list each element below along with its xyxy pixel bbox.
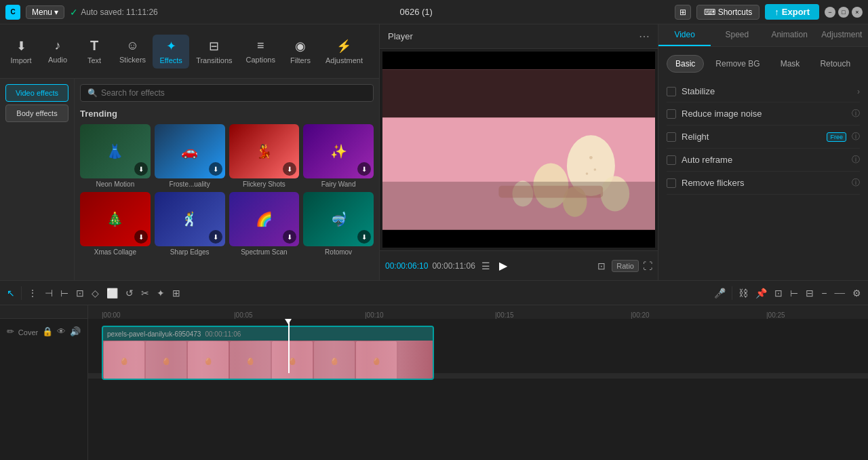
svg-rect-11 [382, 182, 655, 230]
svg-point-7 [594, 168, 597, 171]
lock-tool[interactable]: ⊟ [803, 286, 816, 301]
tool-captions-label: Captions [246, 56, 275, 64]
list-icon[interactable]: ☰ [479, 261, 492, 271]
minimize-button[interactable]: − [825, 7, 835, 18]
split-tool[interactable]: ⋮ [25, 286, 40, 301]
relight-checkbox[interactable] [667, 132, 676, 142]
time-mark-10: |00:10 [365, 311, 384, 319]
tool-import[interactable]: ⬇ Import [3, 35, 39, 69]
mic-icon[interactable]: 🎤 [711, 286, 728, 301]
split2-tool[interactable]: ⊢ [787, 286, 801, 301]
close-button[interactable]: × [852, 7, 863, 18]
fullscreen-button[interactable]: ⛶ [643, 261, 652, 271]
layout-icon: ⊞ [679, 7, 686, 17]
tool-text[interactable]: T Text [76, 34, 113, 69]
timeline-body: ✏ Cover 🔒 👁 🔊 |00:00 |00:05 |00:10 |00:1… [0, 305, 868, 460]
cover-edit-icon[interactable]: ✏ [7, 326, 14, 337]
trim-right-tool[interactable]: ⊢ [58, 286, 71, 301]
delete-tool[interactable]: ✂ [138, 286, 152, 301]
paint-tool[interactable]: ✦ [154, 286, 167, 301]
menu-button[interactable]: Menu ▾ [26, 5, 64, 19]
rotomov-download-icon: ⬇ [357, 230, 371, 244]
track-audio-icon[interactable]: 🔊 [70, 326, 81, 337]
xmas-collage-label: Xmas Collage [80, 248, 151, 256]
video-effects-button[interactable]: Video effects [5, 84, 68, 102]
playhead[interactable] [288, 319, 290, 373]
ratio-button[interactable]: Ratio [612, 260, 639, 272]
freeze-tool[interactable]: ⬜ [104, 286, 121, 301]
magnet-tool[interactable]: ⊡ [772, 286, 785, 301]
track-eye-icon[interactable]: 👁 [57, 326, 66, 337]
subtab-retouch[interactable]: Retouch [811, 55, 859, 73]
shortcuts-button[interactable]: ⌨ Shortcuts [696, 5, 760, 20]
tool-effects[interactable]: ✦ Effects [153, 35, 189, 69]
tool-import-label: Import [10, 56, 31, 64]
effect-spectrum-scan[interactable]: 🌈 ⬇ Spectrum Scan [229, 192, 300, 256]
effect-xmas-collage[interactable]: 🎄 ⬇ Xmas Collage [80, 192, 151, 256]
effect-neon-motion[interactable]: 👗 ⬇ Neon Motion [80, 124, 151, 188]
adjustment-relight: Relight Free ⓘ [667, 126, 860, 149]
effect-flickery-shots[interactable]: 💃 ⬇ Flickery Shots [229, 124, 300, 188]
stabilize-checkbox[interactable] [667, 87, 676, 96]
timeline: ↖ ⋮ ⊣ ⊢ ⊡ ◇ ⬜ ↺ ✂ ✦ ⊞ 🎤 ⛓ 📌 ⊡ ⊢ ⊟ − ── ⚙ [0, 280, 868, 460]
effect-rotomov[interactable]: 🤿 ⬇ Rotomov [303, 192, 374, 256]
toolbar-divider-2 [732, 286, 732, 300]
link-tool[interactable]: ⛓ [736, 286, 751, 301]
loop-tool[interactable]: ↺ [123, 286, 136, 301]
time-total[interactable]: 00:00:11:06 [432, 261, 475, 271]
tool-filters[interactable]: ◉ Filters [282, 35, 319, 69]
mask-tool[interactable]: ◇ [89, 286, 102, 301]
flickery-shots-label: Flickery Shots [229, 180, 300, 188]
layout-button[interactable]: ⊞ [675, 5, 691, 20]
adjustment-reduce-noise: Reduce image noise ⓘ [667, 102, 860, 126]
adjustment-stabilize: Stabilize › [667, 81, 860, 102]
tool-transitions[interactable]: ⊟ Transitions [189, 35, 239, 69]
tab-speed[interactable]: Speed [711, 24, 763, 46]
stabilize-label: Stabilize [682, 86, 852, 96]
tab-video[interactable]: Video [658, 24, 711, 46]
zoom-out-tool[interactable]: − [818, 286, 829, 301]
auto-reframe-checkbox[interactable] [667, 155, 676, 165]
effects-content: 🔍 Trending 👗 ⬇ Neon Motion 🚗 [75, 79, 379, 280]
stickers-icon: ☺ [126, 39, 138, 53]
rotomov-label: Rotomov [303, 248, 374, 256]
track-header: pexels-pavel-danilyuk-6950473 00:00:11:0… [103, 327, 433, 341]
track-lock-icon[interactable]: 🔒 [42, 326, 53, 337]
time-current[interactable]: 00:00:06:10 [385, 261, 428, 271]
maximize-button[interactable]: □ [838, 7, 849, 18]
crop-tool[interactable]: ⊡ [73, 286, 87, 301]
effect-frost-quality[interactable]: 🚗 ⬇ Froste...uality [155, 124, 225, 188]
crop-icon[interactable]: ⊡ [595, 261, 608, 271]
upload-icon: ↑ [774, 7, 779, 17]
tab-animation[interactable]: Animation [764, 24, 816, 46]
remove-flickers-checkbox[interactable] [667, 178, 676, 188]
tool-adjustment[interactable]: ⚡ Adjustment [319, 35, 370, 69]
effect-fairy-wand[interactable]: ✨ ⬇ Fairy Wand [303, 124, 374, 188]
track-area: pexels-pavel-danilyuk-6950473 00:00:11:0… [88, 319, 868, 373]
pin-tool[interactable]: 📌 [753, 286, 770, 301]
play-button[interactable]: ▶ [496, 259, 510, 272]
effect-sharp-edges[interactable]: 🕺 ⬇ Sharp Edges [155, 192, 225, 256]
tool-effects-label: Effects [159, 56, 182, 64]
playhead-handle[interactable] [285, 319, 292, 324]
export-button[interactable]: ↑ Export [765, 4, 819, 20]
tool-stickers[interactable]: ☺ Stickers [113, 35, 153, 68]
reduce-noise-checkbox[interactable] [667, 109, 676, 119]
video-track[interactable]: pexels-pavel-danilyuk-6950473 00:00:11:0… [102, 326, 434, 380]
search-input[interactable] [101, 88, 366, 98]
tool-captions[interactable]: ≡ Captions [239, 35, 282, 68]
player-menu-icon[interactable]: ⋯ [639, 30, 650, 43]
subtab-remove-bg[interactable]: Remove BG [707, 55, 768, 73]
body-effects-button[interactable]: Body effects [5, 104, 68, 122]
trim-left-tool[interactable]: ⊣ [42, 286, 56, 301]
cover-label: Cover [18, 328, 38, 337]
tool-audio[interactable]: ♪ Audio [39, 35, 76, 68]
transform-tool[interactable]: ⊞ [170, 286, 183, 301]
tab-adjustment[interactable]: Adjustment [816, 24, 868, 46]
settings-tool[interactable]: ⚙ [850, 286, 864, 301]
timeline-zoom-slider[interactable]: ── [831, 287, 848, 299]
subtab-basic[interactable]: Basic [667, 55, 704, 73]
search-box[interactable]: 🔍 [80, 84, 374, 102]
subtab-mask[interactable]: Mask [772, 55, 809, 73]
select-tool[interactable]: ↖ [4, 286, 18, 301]
